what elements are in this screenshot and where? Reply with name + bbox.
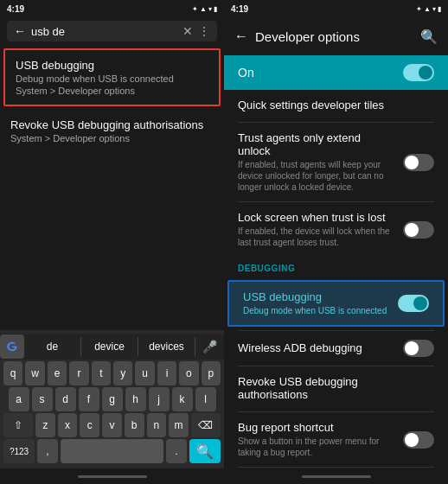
key-y[interactable]: y [113,361,132,385]
status-time-right: 4:19 [231,4,248,14]
on-section[interactable]: On [224,55,448,90]
right-panel: 4:19 ✦ ▲ ▾ ▮ ← Developer options 🔍 On Qu… [224,0,448,484]
key-numbers[interactable]: ?123 [3,439,35,463]
wireless-toggle[interactable] [403,340,434,357]
key-q[interactable]: q [3,361,22,385]
key-d[interactable]: d [55,387,76,411]
lock-toggle[interactable] [403,221,434,239]
key-i[interactable]: i [157,361,176,385]
setting-lock-screen[interactable]: Lock screen when trust is lost If enable… [224,202,448,257]
suggestion-devices[interactable]: devices [138,337,195,356]
key-k[interactable]: k [172,387,193,411]
key-l[interactable]: l [195,387,216,411]
status-time-left: 4:19 [7,4,24,14]
setting-title-quick: Quick settings developer tiles [238,99,427,111]
header-search-button[interactable]: 🔍 [420,29,438,45]
on-label: On [238,66,254,80]
key-a[interactable]: a [9,387,29,411]
search-back-button[interactable]: ← [14,24,26,38]
setting-usb-debugging[interactable]: USB debugging Debug mode when USB is con… [227,280,445,327]
search-results: USB debugging Debug mode when USB is con… [0,45,224,330]
setting-text-bug: Bug report shortcut Show a button in the… [238,421,403,458]
keyboard-row-3: ⇧ z x c v b n m ⌫ [3,413,221,437]
key-space[interactable] [61,439,163,463]
battery-icon-right: ▮ [438,5,441,13]
setting-wireless-adb[interactable]: Wireless ADB debugging [224,331,448,366]
setting-revoke-usb[interactable]: Revoke USB debugging authorisations [224,366,448,411]
keyboard: de device devices 🎤 q w e r t y u i o p … [0,330,224,468]
on-toggle[interactable] [403,64,434,81]
signal-icon-right: ▲ [424,5,431,13]
bug-toggle-thumb [405,433,419,447]
left-panel: 4:19 ✦ ▲ ▾ ▮ ← usb de ✕ ⋮ USB debugging … [0,0,224,484]
key-t[interactable]: t [92,361,111,385]
keyboard-row-1: q w e r t y u i o p [3,361,221,385]
setting-text-quick: Quick settings developer tiles [238,99,434,113]
app-header: ← Developer options 🔍 [224,17,448,55]
key-comma[interactable]: , [37,439,58,463]
setting-desc-lock: If enabled, the device will lock when th… [238,226,396,248]
key-b[interactable]: b [125,413,144,437]
page-title: Developer options [255,29,413,44]
key-h[interactable]: h [125,387,146,411]
setting-text-revoke: Revoke USB debugging authorisations [238,375,434,403]
usb-toggle-thumb [413,296,427,310]
search-more-button[interactable]: ⋮ [198,24,210,38]
key-x[interactable]: x [58,413,78,437]
key-u[interactable]: u [135,361,154,385]
setting-bug-report[interactable]: Bug report shortcut Show a button in the… [224,412,448,467]
key-r[interactable]: r [69,361,88,385]
setting-title-usb: USB debugging [243,290,391,303]
key-w[interactable]: w [25,361,44,385]
key-search[interactable]: 🔍 [189,439,221,463]
key-shift[interactable]: ⇧ [3,413,33,437]
search-bar: ← usb de ✕ ⋮ [7,21,217,41]
search-result-revoke-usb[interactable]: Revoke USB debugging authorisations Syst… [0,110,224,152]
google-key[interactable] [0,334,24,359]
result-title-revoke: Revoke USB debugging authorisations [10,118,214,131]
search-input[interactable]: usb de [31,25,177,38]
signal-icon-left: ▲ [200,5,207,13]
key-s[interactable]: s [32,387,53,411]
key-period[interactable]: . [166,439,187,463]
wifi-icon-left: ▾ [208,5,212,13]
setting-text-wireless: Wireless ADB debugging [238,341,403,356]
header-back-button[interactable]: ← [234,29,248,44]
home-indicator-left [78,475,147,478]
key-j[interactable]: j [149,387,170,411]
suggestion-device[interactable]: device [81,337,138,356]
bug-toggle[interactable] [403,431,434,449]
key-m[interactable]: m [169,413,189,437]
bottom-bar-right [224,468,448,484]
keyboard-row-2: a s d f g h j k l [3,387,221,411]
mic-icon[interactable]: 🎤 [195,336,224,357]
result-path-usb-debugging: System > Developer options [16,86,208,96]
search-clear-button[interactable]: ✕ [182,24,193,38]
key-e[interactable]: e [48,361,67,385]
setting-title-bug: Bug report shortcut [238,421,396,434]
wifi-icon-right: ▾ [432,5,436,13]
key-z[interactable]: z [35,413,55,437]
bottom-bar-left [0,468,224,484]
notification-icon-left: ✦ [192,5,198,13]
key-c[interactable]: c [80,413,99,437]
home-indicator-right [302,475,371,478]
key-o[interactable]: o [179,361,198,385]
status-bar-left: 4:19 ✦ ▲ ▾ ▮ [0,0,224,17]
search-result-usb-debugging[interactable]: USB debugging Debug mode when USB is con… [3,48,221,106]
key-n[interactable]: n [147,413,167,437]
key-p[interactable]: p [202,361,221,385]
setting-text-lock: Lock screen when trust is lost If enable… [238,211,403,248]
key-v[interactable]: v [102,413,122,437]
usb-toggle[interactable] [398,295,429,312]
setting-trust-agents[interactable]: Trust agents only extend unlock If enabl… [224,123,448,201]
setting-title-wireless: Wireless ADB debugging [238,341,396,354]
setting-quick-settings[interactable]: Quick settings developer tiles [224,90,448,122]
key-f[interactable]: f [79,387,99,411]
trust-toggle[interactable] [403,154,434,171]
keyboard-suggestions: de device devices 🎤 [0,334,224,360]
key-g[interactable]: g [102,387,123,411]
suggestion-de[interactable]: de [24,337,81,356]
trust-toggle-thumb [405,156,419,169]
key-backspace[interactable]: ⌫ [191,413,221,437]
